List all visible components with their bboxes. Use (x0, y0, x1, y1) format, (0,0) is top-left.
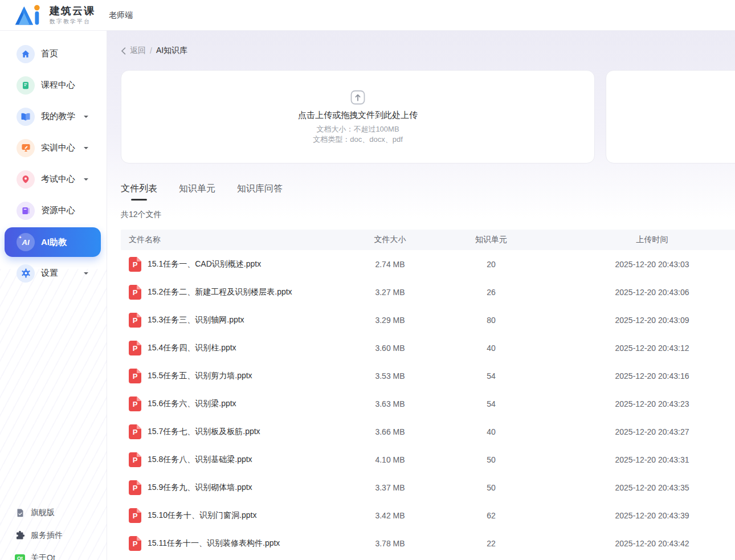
main-content: 返回 / AI知识库 点击上传或拖拽文件到此处上传 文档大小：不超过100MB … (107, 31, 735, 560)
knowledge-units: 54 (431, 399, 551, 408)
column-header-knowledge-units: 知识单元 (431, 235, 551, 245)
settings-icon (17, 264, 35, 283)
table-row[interactable]: P15.3任务三、识别轴网.pptx3.29 MB802025-12-20 20… (121, 306, 735, 334)
ppt-file-icon: P (129, 397, 141, 411)
brand: 建筑云课 数字教学平台 (14, 4, 95, 27)
ppt-file-icon: P (129, 341, 141, 355)
file-name: P15.11任务十一、识别装修表构件.pptx (121, 536, 349, 551)
table-row[interactable]: P15.2任务二、新建工程及识别楼层表.pptx3.27 MB262025-12… (121, 278, 735, 306)
brand-name: 建筑云课 (50, 5, 95, 17)
file-name: P15.2任务二、新建工程及识别楼层表.pptx (121, 285, 349, 300)
tab-knowledge-qa[interactable]: 知识库问答 (237, 183, 283, 201)
upload-dropzone[interactable]: 点击上传或拖拽文件到此处上传 文档大小：不超过100MB 文档类型：doc、do… (121, 70, 595, 163)
knowledge-units: 20 (431, 260, 551, 269)
file-table: 文件名称文件大小知识单元上传时间 P15.1任务一、CAD识别概述.pptx2.… (121, 230, 735, 557)
ai-icon: ✦AI (17, 233, 35, 251)
sidebar-footer-qt[interactable]: Qt关于Qt (15, 547, 63, 560)
file-name: P15.1任务一、CAD识别概述.pptx (121, 257, 349, 272)
file-size: 3.78 MB (349, 539, 431, 548)
table-row[interactable]: P15.11任务十一、识别装修表构件.pptx3.78 MB222025-12-… (121, 529, 735, 557)
upload-time: 2025-12-20 20:43:42 (551, 539, 735, 548)
column-header-upload-time: 上传时间 (551, 235, 735, 245)
secondary-card (606, 70, 735, 163)
ppt-file-icon: P (129, 257, 141, 272)
knowledge-units: 40 (431, 344, 551, 353)
exam-icon (17, 170, 35, 189)
sidebar-item-label: 考试中心 (41, 174, 75, 185)
table-row[interactable]: P15.10任务十、识别门窗洞.pptx3.42 MB622025-12-20 … (121, 501, 735, 529)
footer-label: 旗舰版 (31, 508, 55, 518)
knowledge-units: 54 (431, 371, 551, 381)
sidebar-nav: 首页课程中心我的教学实训中心考试中心资源中心✦AIAI助教设置 (0, 31, 107, 289)
upload-time: 2025-12-20 20:43:03 (551, 260, 735, 269)
knowledge-units: 40 (431, 427, 551, 436)
upload-time: 2025-12-20 20:43:39 (551, 511, 735, 520)
file-name: P15.10任务十、识别门窗洞.pptx (121, 508, 349, 523)
chevron-down-icon (84, 178, 88, 183)
file-name: P15.6任务六、识别梁.pptx (121, 397, 349, 411)
table-row[interactable]: P15.9任务九、识别砌体墙.pptx3.37 MB502025-12-20 2… (121, 473, 735, 501)
tab-knowledge-units[interactable]: 知识单元 (179, 183, 215, 201)
knowledge-units: 22 (431, 539, 551, 548)
upload-icon (350, 90, 365, 105)
column-header-file-name: 文件名称 (121, 235, 349, 245)
file-size: 3.42 MB (349, 511, 431, 520)
file-size: 3.66 MB (349, 427, 431, 436)
sidebar-item-settings[interactable]: 设置 (5, 257, 101, 289)
sidebar-item-teaching[interactable]: 我的教学 (5, 101, 101, 132)
table-row[interactable]: P15.5任务五、识别剪力墙.pptx3.53 MB542025-12-20 2… (121, 362, 735, 390)
table-row[interactable]: P15.4任务四、识别柱.pptx3.60 MB402025-12-20 20:… (121, 334, 735, 362)
sidebar-footer-plugin[interactable]: 服务插件 (15, 524, 63, 547)
table-row[interactable]: P15.7任务七、识别板及板筋.pptx3.66 MB402025-12-20 … (121, 418, 735, 445)
file-size: 3.29 MB (349, 316, 431, 325)
sidebar-item-home[interactable]: 首页 (5, 38, 101, 70)
knowledge-units: 80 (431, 316, 551, 325)
brand-logo-icon (14, 4, 44, 27)
knowledge-units: 50 (431, 483, 551, 492)
sidebar-item-training[interactable]: 实训中心 (5, 132, 101, 163)
table-row[interactable]: P15.8任务八、识别基础梁.pptx4.10 MB502025-12-20 2… (121, 445, 735, 473)
upload-hint-size: 文档大小：不超过100MB (316, 125, 399, 134)
file-name: P15.5任务五、识别剪力墙.pptx (121, 369, 349, 383)
sidebar-item-label: 设置 (41, 268, 58, 279)
ppt-file-icon: P (129, 285, 141, 300)
upload-time: 2025-12-20 20:43:16 (551, 371, 735, 381)
qt-icon: Qt (15, 553, 25, 560)
chevron-down-icon (84, 272, 88, 277)
file-size: 2.74 MB (349, 260, 431, 269)
upload-time: 2025-12-20 20:43:12 (551, 344, 735, 353)
cards-row: 点击上传或拖拽文件到此处上传 文档大小：不超过100MB 文档类型：doc、do… (121, 70, 735, 163)
back-label: 返回 (130, 46, 146, 56)
course-icon (17, 76, 35, 95)
sidebar: 首页课程中心我的教学实训中心考试中心资源中心✦AIAI助教设置 旗舰版服务插件Q… (0, 31, 107, 560)
ppt-file-icon: P (129, 424, 141, 439)
breadcrumb-separator: / (150, 46, 152, 55)
footer-label: 关于Qt (31, 553, 55, 560)
ppt-file-icon: P (129, 536, 141, 551)
file-size: 3.60 MB (349, 344, 431, 353)
breadcrumb-current: AI知识库 (156, 46, 187, 56)
ppt-file-icon: P (129, 313, 141, 328)
file-size: 4.10 MB (349, 455, 431, 464)
sidebar-item-course[interactable]: 课程中心 (5, 70, 101, 101)
file-name: P15.7任务七、识别板及板筋.pptx (121, 424, 349, 439)
teaching-icon (17, 108, 35, 126)
tab-file-list[interactable]: 文件列表 (121, 183, 157, 201)
upload-title: 点击上传或拖拽文件到此处上传 (298, 110, 418, 121)
plugin-icon (15, 530, 25, 541)
table-row[interactable]: P15.1任务一、CAD识别概述.pptx2.74 MB202025-12-20… (121, 250, 735, 278)
file-size: 3.27 MB (349, 288, 431, 297)
knowledge-units: 62 (431, 511, 551, 520)
chevron-left-icon (121, 47, 126, 55)
table-row[interactable]: P15.6任务六、识别梁.pptx3.63 MB542025-12-20 20:… (121, 390, 735, 418)
sidebar-footer-flagship[interactable]: 旗舰版 (15, 501, 63, 524)
file-size: 3.53 MB (349, 371, 431, 381)
brand-subtitle: 数字教学平台 (50, 18, 95, 26)
sidebar-item-resource[interactable]: 资源中心 (5, 195, 101, 226)
flagship-icon (15, 508, 25, 518)
sidebar-item-label: 实训中心 (41, 142, 75, 153)
sidebar-item-exam[interactable]: 考试中心 (5, 163, 101, 195)
sidebar-item-ai[interactable]: ✦AIAI助教 (5, 227, 101, 257)
column-header-file-size: 文件大小 (349, 235, 431, 245)
back-link[interactable]: 返回 (121, 46, 146, 56)
